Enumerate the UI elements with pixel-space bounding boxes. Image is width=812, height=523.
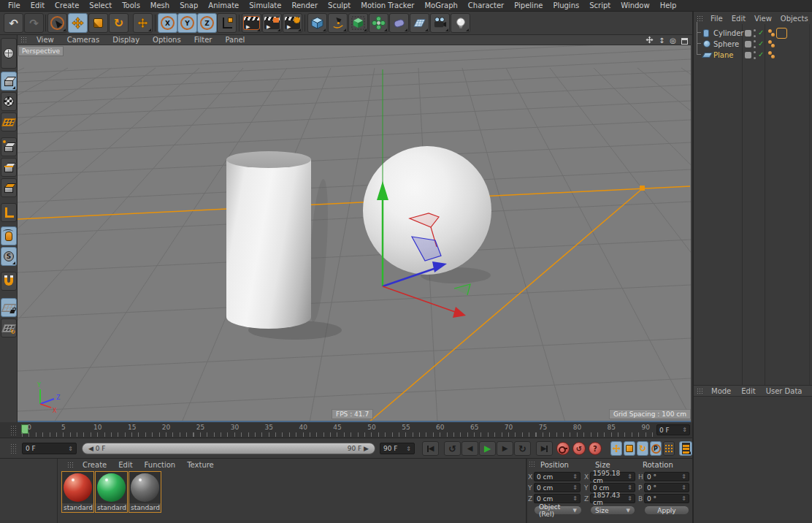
object-row-plane[interactable]: Plane ✓: [694, 50, 812, 61]
make-editable-button[interactable]: [1, 38, 17, 69]
material-thumb-red[interactable]: standard: [61, 471, 94, 513]
add-light-button[interactable]: [451, 13, 470, 33]
phong-tag-icon[interactable]: [768, 29, 775, 37]
coordinates-grip-icon[interactable]: [529, 461, 535, 468]
current-frame-field[interactable]: 0 F⇕: [656, 424, 690, 435]
size-z-field[interactable]: 1857.43 cm⇕: [590, 494, 635, 503]
spinner-icon[interactable]: ⇕: [406, 446, 411, 452]
pan-icon[interactable]: [646, 36, 654, 46]
add-generator-button[interactable]: [348, 13, 368, 33]
play-button[interactable]: ▶: [479, 441, 496, 456]
workplane-mode-button[interactable]: [1, 112, 17, 131]
lock-workplane-button[interactable]: [1, 298, 17, 317]
dolly-icon[interactable]: ↕: [659, 37, 664, 45]
material-tag-gray[interactable]: [777, 50, 786, 60]
menubar-item-mesh[interactable]: Mesh: [145, 1, 175, 10]
menubar-item-create[interactable]: Create: [50, 1, 84, 10]
keyframe-rotation-toggle[interactable]: ↻: [637, 441, 648, 456]
panel-grip-ic2[interactable]: [697, 388, 703, 394]
menubar-item-motion-tracker[interactable]: Motion Tracker: [356, 1, 419, 10]
panel-grip-ic[interactable]: [697, 15, 703, 22]
keyframe-position-toggle[interactable]: [610, 441, 622, 456]
object-row-sphere[interactable]: Sphere ✓: [694, 39, 812, 50]
preview-range-slider[interactable]: ◀ 0 F 90 F ▶: [82, 443, 375, 454]
add-camera-button[interactable]: [430, 13, 450, 33]
enable-snap-button[interactable]: [1, 272, 17, 291]
material-tag-green[interactable]: [777, 39, 786, 49]
position-z-field[interactable]: 0 cm⇕: [534, 494, 581, 503]
editor-visibility-toggle[interactable]: [745, 52, 751, 58]
rotation-b-field[interactable]: 0 °⇕: [644, 494, 689, 503]
enabled-check-icon[interactable]: ✓: [758, 28, 764, 37]
am-menu-edit[interactable]: Edit: [736, 387, 760, 395]
coord-mode-dropdown[interactable]: Object (Rel)▼: [534, 505, 582, 515]
add-mograph-button[interactable]: [369, 13, 388, 33]
viewport-menu-display[interactable]: Display: [106, 36, 146, 44]
transport-grip-icon[interactable]: [10, 443, 16, 454]
keyframe-parameter-toggle[interactable]: P: [650, 441, 662, 456]
keyframe-scale-toggle[interactable]: [624, 441, 635, 456]
visibility-dots[interactable]: [754, 51, 756, 59]
viewport-menu-cameras[interactable]: Cameras: [61, 36, 106, 44]
object-name[interactable]: Sphere: [713, 40, 739, 48]
play-loop-button[interactable]: ↻: [514, 441, 531, 456]
render-picture-viewer-button[interactable]: [262, 13, 282, 33]
menubar-item-window[interactable]: Window: [616, 1, 654, 10]
menubar-item-simulate[interactable]: Simulate: [244, 1, 286, 10]
menubar-item-edit[interactable]: Edit: [26, 1, 50, 10]
viewport-perspective[interactable]: ViewCamerasDisplayOptionsFilterPanel ↕ ◎…: [18, 35, 691, 422]
coordinate-system-button[interactable]: [217, 13, 237, 33]
enable-axis-button[interactable]: [1, 203, 17, 222]
material-menu-edit[interactable]: Edit: [112, 461, 138, 469]
viewport-menu-options[interactable]: Options: [146, 36, 188, 44]
editor-visibility-toggle[interactable]: [745, 41, 751, 47]
menubar-item-character[interactable]: Character: [463, 1, 509, 10]
live-selection-button[interactable]: [47, 13, 67, 33]
menubar-item-render[interactable]: Render: [286, 1, 323, 10]
undo-button[interactable]: ↶: [4, 13, 23, 33]
render-view-button[interactable]: [242, 13, 261, 33]
viewport-menu-panel[interactable]: Panel: [218, 36, 251, 44]
am-menu-mode[interactable]: Mode: [706, 387, 736, 395]
material-menu-function[interactable]: Function: [139, 461, 182, 469]
end-frame-field[interactable]: 90 F⇕: [380, 443, 415, 454]
am-menu-user-data[interactable]: User Data: [761, 387, 808, 395]
add-environment-button[interactable]: [410, 13, 429, 33]
menubar-item-file[interactable]: File: [3, 1, 26, 10]
panel-grip-icon[interactable]: [20, 37, 27, 43]
timeline-ruler[interactable]: 051015202530354045505560657075808590 0 F…: [0, 422, 692, 438]
scale-tool-button[interactable]: [88, 13, 108, 33]
material-menu-create[interactable]: Create: [77, 461, 112, 469]
om-menu-edit[interactable]: Edit: [727, 15, 750, 23]
om-menu-objects[interactable]: Objects: [776, 15, 812, 23]
menubar-item-tools[interactable]: Tools: [117, 1, 145, 10]
menubar-item-sculpt[interactable]: Sculpt: [323, 1, 356, 10]
goto-end-button[interactable]: ▶: [536, 441, 553, 456]
enabled-check-icon[interactable]: ✓: [758, 50, 764, 58]
record-keyframe-button[interactable]: [556, 442, 570, 455]
tweak-mode-button[interactable]: [1, 226, 17, 245]
rotation-p-field[interactable]: 0 °⇕: [644, 483, 689, 492]
material-thumb-green[interactable]: standard: [95, 471, 128, 513]
render-settings-button[interactable]: [283, 13, 302, 33]
menubar-item-animate[interactable]: Animate: [203, 1, 244, 10]
visibility-dots[interactable]: [754, 29, 756, 37]
position-y-field[interactable]: 0 cm⇕: [534, 483, 581, 492]
material-menu-texture[interactable]: Texture: [181, 461, 220, 469]
rotation-h-field[interactable]: 0 °⇕: [644, 472, 689, 481]
add-deformer-button[interactable]: [389, 13, 409, 33]
menubar-item-select[interactable]: Select: [84, 1, 117, 10]
previous-frame-button[interactable]: ◀: [461, 441, 478, 456]
snap-settings-button[interactable]: S: [1, 247, 17, 266]
lock-z-axis-button[interactable]: Z: [197, 13, 217, 33]
viewport-menu-view[interactable]: View: [30, 36, 61, 44]
om-menu-file[interactable]: File: [706, 15, 727, 23]
next-frame-button[interactable]: ▶: [497, 441, 513, 456]
om-menu-view[interactable]: View: [750, 15, 776, 23]
keyframe-pla-toggle[interactable]: [663, 441, 675, 456]
polygons-mode-button[interactable]: [1, 178, 17, 197]
phong-tag-icon[interactable]: [768, 40, 775, 48]
material-tag-red[interactable]: [777, 28, 786, 38]
texture-mode-button[interactable]: [1, 92, 17, 111]
goto-start-button[interactable]: ◀: [422, 441, 439, 456]
